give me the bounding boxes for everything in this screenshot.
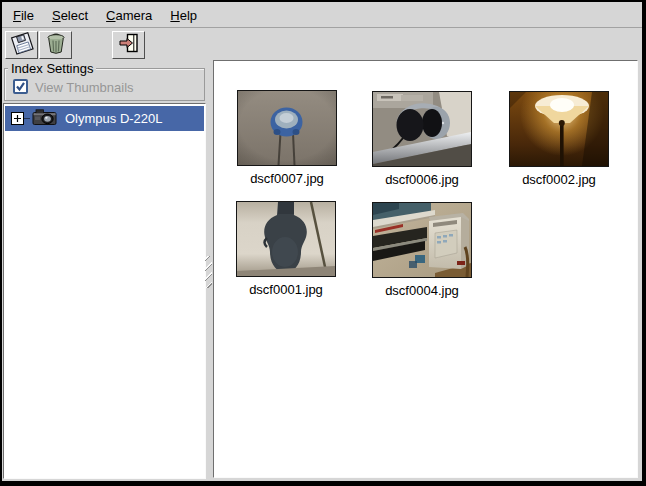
camera-tree-view[interactable]: Olympus D-220L [3, 103, 206, 479]
menu-help[interactable]: Help [161, 3, 206, 27]
index-settings-frame-label: Index Settings [8, 61, 96, 76]
application-window: File Select Camera Help [0, 0, 646, 486]
menu-camera[interactable]: Camera [97, 3, 161, 27]
camera-icon [32, 107, 58, 130]
exit-door-icon [117, 31, 141, 59]
thumbnail-filename: dscf0006.jpg [372, 172, 472, 187]
toolbar [2, 29, 642, 60]
camera-tree-item-label: Olympus D-220L [65, 111, 163, 126]
checkmark-icon [15, 78, 26, 96]
view-thumbnails-label[interactable]: View Thumbnails [35, 80, 134, 95]
camera-tree-row-selected[interactable]: Olympus D-220L [5, 106, 204, 131]
thumbnail-image-dscf0004[interactable] [372, 202, 472, 278]
tree-expander-plus-icon[interactable] [11, 112, 24, 125]
exit-button[interactable] [112, 31, 145, 59]
thumbnail-filename: dscf0004.jpg [372, 283, 472, 298]
thumbnail-filename: dscf0002.jpg [509, 172, 609, 187]
thumbnail-image-dscf0006[interactable] [372, 91, 472, 167]
thumbnail-image-dscf0001[interactable] [236, 201, 336, 277]
thumbnail-filename: dscf0001.jpg [236, 282, 336, 297]
pane-divider[interactable] [205, 60, 213, 478]
thumbnail-cell[interactable]: dscf0001.jpg [236, 201, 336, 297]
thumbnail-filename: dscf0007.jpg [237, 171, 337, 186]
menu-select[interactable]: Select [43, 3, 97, 27]
delete-button[interactable] [39, 31, 72, 59]
thumbnail-image-dscf0007[interactable] [237, 90, 337, 166]
window-client-area: File Select Camera Help [2, 2, 642, 481]
tree-connector-line [24, 118, 30, 119]
thumbnail-cell[interactable]: dscf0004.jpg [372, 202, 472, 298]
trash-can-icon [44, 31, 68, 59]
save-button[interactable] [5, 31, 38, 59]
thumbnail-cell[interactable]: dscf0002.jpg [509, 91, 609, 187]
pane-divider-grip[interactable] [205, 256, 212, 288]
menu-file[interactable]: File [4, 3, 43, 27]
thumbnail-cell[interactable]: dscf0007.jpg [237, 90, 337, 186]
thumbnail-image-dscf0002[interactable] [509, 91, 609, 167]
menu-bar: File Select Camera Help [2, 2, 642, 28]
view-thumbnails-checkbox[interactable] [13, 79, 28, 94]
thumbnail-index-panel: dscf0007.jpg [213, 60, 638, 478]
floppy-disk-save-icon [10, 31, 34, 59]
thumbnail-cell[interactable]: dscf0006.jpg [372, 91, 472, 187]
